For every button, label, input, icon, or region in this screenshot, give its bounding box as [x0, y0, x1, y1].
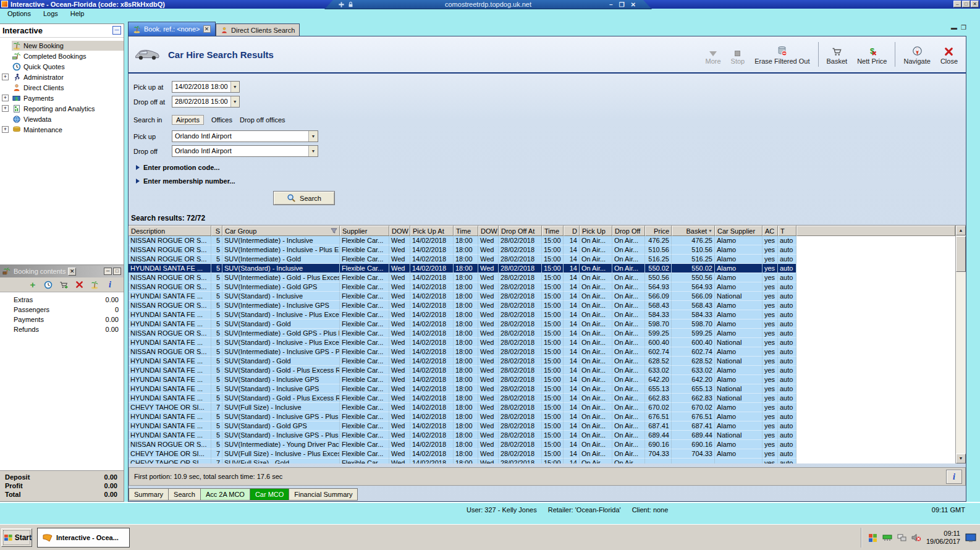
- expand-icon[interactable]: +: [2, 126, 9, 133]
- sidebar-item-new-booking[interactable]: New Booking: [0, 40, 124, 51]
- tray-display-icon[interactable]: [965, 533, 976, 543]
- table-row[interactable]: CHEVY TAHOE OR SI...7SUV(Full Size) - Go…: [129, 459, 955, 463]
- table-row[interactable]: HYUNDAI SANTA FE ...5SUV(Standard) - Gol…: [129, 394, 955, 403]
- scroll-thumb[interactable]: [956, 236, 966, 272]
- tab-direct-clients-search[interactable]: Direct Clients Search: [216, 23, 300, 36]
- table-row[interactable]: HYUNDAI SANTA FE ...5SUV(Standard) - Inc…: [129, 310, 955, 319]
- tray-volume-muted-icon[interactable]: [911, 533, 921, 542]
- tab-search[interactable]: Search: [169, 488, 201, 501]
- table-row[interactable]: NISSAN ROGUE OR S...5SUV(Intermediate) -…: [129, 255, 955, 264]
- table-row[interactable]: HYUNDAI SANTA FE ...5SUV(Standard) - Inc…: [129, 431, 955, 440]
- search-in-tab-dropoff-offices[interactable]: Drop off offices: [240, 116, 285, 124]
- chevron-down-icon[interactable]: ▼: [230, 82, 239, 92]
- menu-logs[interactable]: Logs: [38, 9, 63, 19]
- column-header-drop-off[interactable]: Drop Off: [612, 226, 645, 236]
- rdp-close-button[interactable]: ✕: [631, 1, 636, 8]
- basket-transfer-button[interactable]: [59, 280, 69, 290]
- tray-network-card-icon[interactable]: [882, 534, 892, 541]
- tab-acc-2a-mco[interactable]: Acc 2A MCO: [201, 488, 250, 501]
- search-in-tab-offices[interactable]: Offices: [211, 116, 232, 124]
- column-header-time[interactable]: Time: [454, 226, 478, 236]
- table-row[interactable]: CHEVY TAHOE OR SI...7SUV(Full Size) - In…: [129, 449, 955, 459]
- sidebar-item-maintenance[interactable]: + Maintenance: [0, 124, 124, 135]
- table-row[interactable]: NISSAN ROGUE OR S...5SUV(Intermediate) -…: [129, 440, 955, 449]
- pickup-location-select[interactable]: Orlando Intl Airport▼: [172, 130, 318, 142]
- menu-help[interactable]: Help: [65, 9, 90, 19]
- chevron-down-icon[interactable]: ▼: [230, 96, 239, 107]
- column-header-pick-up[interactable]: Pick Up: [580, 226, 612, 236]
- sidebar-item-viewdata[interactable]: Viewdata: [0, 114, 124, 124]
- scroll-up-icon[interactable]: ▲: [956, 226, 966, 235]
- column-header-pick-up-at[interactable]: Pick Up At: [410, 226, 454, 236]
- stop-button[interactable]: Stop: [727, 43, 750, 67]
- close-panel-button[interactable]: Close: [936, 43, 962, 67]
- table-row[interactable]: HYUNDAI SANTA FE ...5SUV(Standard) - Inc…: [129, 338, 955, 347]
- quote-clock-button[interactable]: [43, 280, 53, 290]
- column-header-s[interactable]: S: [211, 226, 222, 236]
- tabgroup-minimize-icon[interactable]: ▬: [951, 24, 957, 31]
- start-button[interactable]: Start: [1, 528, 32, 547]
- sidebar-item-payments[interactable]: + $Payments: [0, 93, 124, 103]
- panel-maximize-button[interactable]: □: [113, 268, 121, 275]
- pin-icon[interactable]: [338, 1, 345, 8]
- add-item-button[interactable]: +: [28, 280, 38, 290]
- column-header-ac[interactable]: AC: [762, 226, 778, 236]
- tray-connection-icon[interactable]: [897, 534, 906, 542]
- table-row[interactable]: NISSAN ROGUE OR S...5SUV(Intermediate) -…: [129, 329, 955, 338]
- chevron-down-icon[interactable]: ▼: [308, 131, 318, 142]
- tray-updates-icon[interactable]: [868, 533, 877, 543]
- table-row[interactable]: NISSAN ROGUE OR S...5SUV(Intermediate) -…: [129, 301, 955, 310]
- column-header-price[interactable]: Price: [645, 226, 672, 236]
- column-header-d[interactable]: D: [564, 226, 580, 236]
- taskbar-item-interactive[interactable]: Interactive - Ocea...: [37, 528, 130, 548]
- expand-icon[interactable]: +: [2, 74, 9, 80]
- scroll-down-icon[interactable]: ▼: [956, 454, 966, 463]
- membership-expander[interactable]: Enter membership number...: [136, 177, 966, 185]
- erase-filtered-button[interactable]: Erase Filtered Out: [750, 43, 814, 67]
- column-header-basket[interactable]: Basket▼: [672, 226, 715, 236]
- sidebar-item-administrator[interactable]: + Administrator: [0, 72, 124, 82]
- table-row[interactable]: HYUNDAI SANTA FE ...5SUV(Standard) - Gol…: [129, 319, 955, 329]
- rdp-restore-button[interactable]: ❐: [619, 1, 625, 8]
- dropoff-at-field[interactable]: 28/02/2018 15:00▼: [172, 96, 240, 108]
- table-row[interactable]: HYUNDAI SANTA FE ...5SUV(Standard) - Inc…: [129, 375, 955, 384]
- table-row[interactable]: HYUNDAI SANTA FE ...5SUV(Standard) - Gol…: [129, 421, 955, 431]
- panel-minimize-button[interactable]: ─: [104, 268, 112, 275]
- table-row[interactable]: NISSAN ROGUE OR S...5SUV(Intermediate) -…: [129, 236, 955, 245]
- sidebar-item-reporting-analytics[interactable]: + Reporting and Analytics: [0, 103, 124, 114]
- column-header-dow[interactable]: DOW: [389, 226, 410, 236]
- sidebar-item-quick-quotes[interactable]: Quick Quotes: [0, 61, 124, 72]
- tab-summary[interactable]: Summary: [129, 488, 169, 501]
- column-header-car-supplier[interactable]: Car Supplier: [715, 226, 762, 236]
- search-button[interactable]: Search: [273, 191, 335, 205]
- column-header-supplier[interactable]: Supplier: [340, 226, 389, 236]
- column-header-description[interactable]: Description: [129, 226, 211, 236]
- expand-icon[interactable]: +: [2, 95, 9, 101]
- table-row[interactable]: NISSAN ROGUE OR S...5SUV(Intermediate) -…: [129, 347, 955, 357]
- tab-booking-ref[interactable]: Book. ref.: <none> ✕: [128, 22, 216, 36]
- tab-close-icon[interactable]: ✕: [203, 25, 211, 33]
- nett-price-button[interactable]: $Nett Price: [853, 43, 891, 67]
- booking-palm-button[interactable]: [90, 280, 99, 290]
- filter-icon[interactable]: [331, 227, 337, 234]
- table-row[interactable]: HYUNDAI SANTA FE ...5SUV(Standard) - Inc…: [129, 292, 955, 301]
- table-row[interactable]: NISSAN ROGUE OR S...5SUV(Intermediate) -…: [129, 273, 955, 282]
- tabgroup-restore-icon[interactable]: ❐: [961, 24, 966, 31]
- menu-options[interactable]: Options: [2, 9, 36, 19]
- vertical-scrollbar[interactable]: ▲ ▼: [955, 226, 966, 463]
- table-row[interactable]: NISSAN ROGUE OR S...5SUV(Intermediate) -…: [129, 245, 955, 255]
- promo-code-expander[interactable]: Enter promotion code...: [136, 164, 966, 171]
- sidebar-collapse-button[interactable]: ─: [112, 26, 121, 35]
- navigate-button[interactable]: Navigate: [899, 43, 934, 67]
- column-header-drop-off-at[interactable]: Drop Off At: [499, 226, 542, 236]
- info-icon[interactable]: i: [105, 280, 115, 290]
- rdp-minimize-button[interactable]: –: [609, 1, 613, 8]
- more-button[interactable]: More: [701, 43, 725, 67]
- table-row[interactable]: HYUNDAI SANTA FE ...5SUV(Standard) - Gol…: [129, 366, 955, 375]
- table-row[interactable]: HYUNDAI SANTA FE ...5SUV(Standard) - Gol…: [129, 357, 955, 366]
- table-row[interactable]: HYUNDAI SANTA FE ...5SUV(Standard) - Inc…: [129, 384, 955, 394]
- table-row[interactable]: HYUNDAI SANTA FE ...5SUV(Standard) - Inc…: [129, 264, 955, 273]
- close-icon[interactable]: ✕: [68, 268, 76, 276]
- window-close-button[interactable]: ✕: [971, 1, 979, 7]
- table-row[interactable]: HYUNDAI SANTA FE ...5SUV(Standard) - Inc…: [129, 412, 955, 421]
